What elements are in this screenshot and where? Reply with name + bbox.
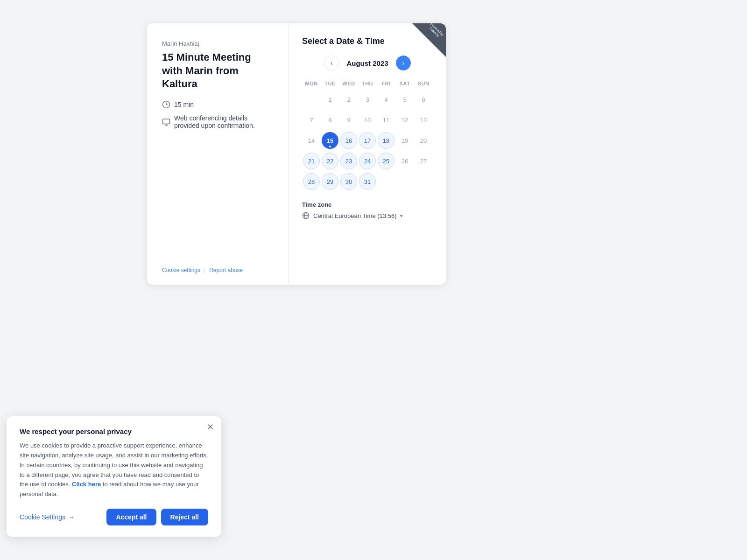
calendar-week-row: 21222324252627 [302,151,433,171]
prev-month-button[interactable]: ‹ [324,56,339,70]
calendar-week-row: 123456 [302,89,433,110]
calendar-cell: 11 [377,110,395,130]
calendar-cell: 23 [339,151,358,171]
calendar-week-row: 78910111213 [302,110,433,130]
duration-text: 15 min [174,101,194,108]
col-mon: MON [302,78,321,89]
calendar-day[interactable]: 21 [303,153,320,169]
svg-rect-1 [163,119,170,124]
calendar-day: 19 [396,132,413,149]
select-datetime-title: Select a Date & Time [302,36,433,46]
calendar-cell: 14 [302,130,321,151]
calendar-cell: 8 [321,110,339,130]
calendar-day: 5 [396,91,413,108]
calendar-day: 6 [415,91,432,108]
calendar-cell: 30 [339,171,358,192]
calendar-day: 13 [415,112,432,128]
conferencing-text: Web conferencing details provided upon c… [174,114,274,129]
calendar-cell [302,89,321,110]
timezone-selector[interactable]: Central European Time (13:56) ▾ [302,212,433,219]
footer-links: Cookie settings | Report abuse [162,259,274,273]
timezone-value: Central European Time (13:56) [313,212,396,219]
monitor-icon [162,118,170,126]
cookie-footer: Cookie Settings → Accept all Reject all [20,509,208,525]
timezone-label: Time zone [302,201,433,208]
calendar-day[interactable]: 18 [378,132,395,149]
calendar-day[interactable]: 22 [322,153,338,169]
calendar-header-row: MON TUE WED THU FRI SAT SUN [302,78,433,89]
calendar-day: 7 [303,112,320,128]
footer-divider: | [204,267,205,273]
calendar-day[interactable]: 16 [340,132,357,149]
col-wed: WED [339,78,358,89]
calendar-cell: 22 [321,151,339,171]
col-thu: THU [358,78,377,89]
cookie-settings-arrow-icon: → [68,513,75,521]
reject-all-button[interactable]: Reject all [161,509,208,525]
today-dot [329,146,331,147]
calendar-day: 26 [396,153,413,169]
timezone-section: Time zone Central European Time (13:56) … [302,201,433,219]
calendar-cell: 17 [358,130,377,151]
calendar-day: 20 [415,132,432,149]
calendar-day[interactable]: 31 [359,173,376,190]
calendar-day: 9 [340,112,357,128]
calendar-cell: 6 [414,89,433,110]
calendar-day[interactable]: 15 [322,132,338,149]
scheduling-card: Marin Haxhiaj 15 Minute Meeting with Mar… [147,23,446,285]
globe-icon [302,212,310,219]
calendar-cell: 26 [395,151,414,171]
calendar-day: 10 [359,112,376,128]
calendar-day: 3 [359,91,376,108]
calendar-cell: 15 [321,130,339,151]
next-month-button[interactable]: › [396,56,411,70]
calendar-cell: 19 [395,130,414,151]
calendar-cell: 16 [339,130,358,151]
col-fri: FRI [377,78,395,89]
calendar-cell [414,171,433,192]
calendar-day: 11 [378,112,395,128]
col-tue: TUE [321,78,339,89]
calendar-week-row: 14151617181920 [302,130,433,151]
calendar-cell: 10 [358,110,377,130]
cookie-learn-more-link[interactable]: Click here [72,481,101,488]
calendar-cell: 7 [302,110,321,130]
calendar-cell: 1 [321,89,339,110]
calendar-cell: 3 [358,89,377,110]
cookie-buttons: Accept all Reject all [106,509,208,525]
calendar-day[interactable]: 30 [340,173,357,190]
cookie-body: We use cookies to provide a proactive su… [20,441,208,499]
calendar-cell [377,171,395,192]
calendar-month: August 2023 [346,59,388,67]
calendar-cell: 21 [302,151,321,171]
calendar-cell: 12 [395,110,414,130]
calendar-cell: 25 [377,151,395,171]
calendar-cell: 27 [414,151,433,171]
calendar-day: 1 [322,91,338,108]
calendly-badge-text: powered byCalendly [427,23,444,40]
calendar-day[interactable]: 17 [359,132,376,149]
accept-all-button[interactable]: Accept all [106,509,156,525]
calendar-day[interactable]: 23 [340,153,357,169]
calendar-day: 8 [322,112,338,128]
calendar-cell: 29 [321,171,339,192]
cookie-settings-link[interactable]: Cookie settings [162,267,200,273]
calendar-cell: 28 [302,171,321,192]
cookie-settings-footer-link[interactable]: Cookie Settings → [20,513,75,521]
report-abuse-link[interactable]: Report abuse [209,267,243,273]
calendar-cell: 20 [414,130,433,151]
calendar-day: 4 [378,91,395,108]
calendar-day[interactable]: 28 [303,173,320,190]
calendar-cell [395,171,414,192]
conferencing-row: Web conferencing details provided upon c… [162,114,274,129]
calendar-cell: 4 [377,89,395,110]
right-panel: powered byCalendly Select a Date & Time … [289,23,446,285]
cookie-close-button[interactable]: ✕ [207,423,214,431]
col-sat: SAT [395,78,414,89]
calendar-day[interactable]: 25 [378,153,395,169]
cookie-title: We respect your personal privacy [20,427,208,435]
calendar-navigation: ‹ August 2023 › [302,56,433,70]
calendar-day[interactable]: 24 [359,153,376,169]
calendar-cell: 18 [377,130,395,151]
calendar-day[interactable]: 29 [322,173,338,190]
